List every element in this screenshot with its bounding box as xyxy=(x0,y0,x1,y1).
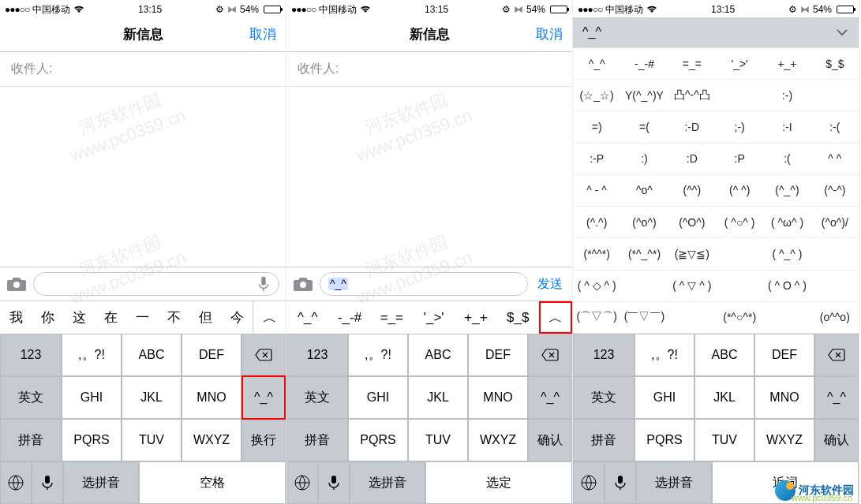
kaomoji-cell[interactable]: :-D xyxy=(668,111,716,142)
camera-icon[interactable] xyxy=(6,275,27,293)
kaomoji-cell[interactable]: ( ^ ◇ ^ ) xyxy=(573,271,620,301)
kaomoji-cell[interactable]: Y(^_^)Y xyxy=(620,80,668,110)
camera-icon[interactable] xyxy=(293,275,313,293)
key-mic[interactable] xyxy=(32,461,63,504)
kaomoji-cell[interactable]: (￣▽￣) xyxy=(620,302,668,333)
candidate[interactable]: 不 xyxy=(158,301,189,334)
key-english[interactable]: 英文 xyxy=(0,376,62,419)
key-backspace[interactable] xyxy=(814,334,859,376)
kaomoji-cell[interactable]: ( ^_^ ) xyxy=(763,238,810,269)
key-mic[interactable] xyxy=(605,461,636,504)
kaomoji-cell[interactable]: 凸^-^凸 xyxy=(668,80,716,110)
key-tuv[interactable]: TUV xyxy=(122,419,182,461)
kaomoji-cell[interactable]: (^O^) xyxy=(668,207,716,237)
key-confirm[interactable]: 确认 xyxy=(528,419,572,461)
candidate[interactable]: 我 xyxy=(0,301,32,334)
key-select-pinyin[interactable]: 选拼音 xyxy=(63,461,139,504)
recipient-field[interactable]: 收件人: xyxy=(0,52,286,87)
chevron-down-icon[interactable] xyxy=(835,25,849,39)
kaomoji-cell[interactable]: (o^^o) xyxy=(811,302,859,333)
candidate[interactable]: 你 xyxy=(32,301,63,334)
key-globe[interactable] xyxy=(573,461,605,504)
key-kaomoji[interactable]: ^_^ xyxy=(528,376,572,419)
candidate[interactable]: 在 xyxy=(95,301,126,334)
kaomoji-cell[interactable]: (*^^*) xyxy=(573,238,620,269)
kaomoji-cell[interactable]: ^ - ^ xyxy=(573,175,620,206)
kaomoji-cell[interactable] xyxy=(716,238,763,269)
candidate[interactable]: 一 xyxy=(126,301,158,334)
mic-icon[interactable] xyxy=(256,275,271,293)
kaomoji-cell[interactable]: ^ ^ xyxy=(811,144,859,174)
kaomoji-cell[interactable]: (^-^) xyxy=(811,175,859,206)
key-globe[interactable] xyxy=(0,461,32,504)
key-123[interactable]: 123 xyxy=(573,334,635,376)
kaomoji-cell[interactable]: :-( xyxy=(811,111,859,142)
candidate[interactable]: '_>' xyxy=(413,301,455,334)
kaomoji-cell[interactable]: (^o^) xyxy=(620,207,668,237)
candidate[interactable]: +_+ xyxy=(455,301,496,334)
candidate[interactable]: =_= xyxy=(371,301,413,334)
kaomoji-cell[interactable]: -_-# xyxy=(620,48,668,79)
candidate[interactable]: -_-# xyxy=(328,301,370,334)
kaomoji-cell[interactable]: +_+ xyxy=(763,48,810,79)
key-backspace[interactable] xyxy=(528,334,572,376)
key-english[interactable]: 英文 xyxy=(573,376,635,419)
kaomoji-cell[interactable]: :) xyxy=(620,144,668,174)
candidate[interactable]: 但 xyxy=(189,301,221,334)
kaomoji-cell[interactable] xyxy=(716,80,763,110)
kaomoji-cell[interactable] xyxy=(811,80,859,110)
kaomoji-cell[interactable]: (^_^) xyxy=(763,175,810,206)
key-select[interactable]: 选定 xyxy=(425,461,572,504)
key-globe[interactable] xyxy=(286,461,318,504)
kaomoji-cell[interactable]: ^_^ xyxy=(573,48,620,79)
send-button[interactable]: 发送 xyxy=(534,276,566,293)
kaomoji-cell[interactable] xyxy=(716,271,763,301)
key-pinyin[interactable]: 拼音 xyxy=(286,419,348,461)
kaomoji-cell[interactable]: :( xyxy=(763,144,810,174)
kaomoji-cell[interactable]: ( ^○^ ) xyxy=(716,207,763,237)
key-jkl[interactable]: JKL xyxy=(122,376,182,419)
key-pinyin[interactable]: 拼音 xyxy=(573,419,635,461)
kaomoji-cell[interactable]: (*^○^*) xyxy=(716,302,763,333)
key-kaomoji[interactable]: ^_^ xyxy=(241,375,286,419)
kaomoji-cell[interactable]: (☆_☆) xyxy=(573,80,620,110)
kaomoji-cell[interactable]: (^.^) xyxy=(573,207,620,237)
candidate-expand[interactable]: ︿ xyxy=(539,301,572,334)
key-space[interactable]: 空格 xyxy=(139,461,286,504)
kaomoji-cell[interactable]: ^o^ xyxy=(620,175,668,206)
cancel-button[interactable]: 取消 xyxy=(536,25,563,43)
recipient-field[interactable]: 收件人: xyxy=(286,52,572,87)
candidate[interactable]: 今 xyxy=(221,301,253,334)
kaomoji-cell[interactable]: ( ^ O ^ ) xyxy=(763,271,810,301)
key-english[interactable]: 英文 xyxy=(286,376,348,419)
key-punct[interactable]: ,。?! xyxy=(62,334,122,376)
kaomoji-cell[interactable]: :D xyxy=(668,144,716,174)
key-confirm[interactable]: 确认 xyxy=(814,419,859,461)
kaomoji-cell[interactable]: =( xyxy=(620,111,668,142)
kaomoji-cell[interactable]: (^^) xyxy=(668,175,716,206)
kaomoji-cell[interactable]: (⌒▽⌒) xyxy=(573,302,620,333)
kaomoji-cell[interactable]: ( ^ ▽ ^ ) xyxy=(668,271,716,301)
cancel-button[interactable]: 取消 xyxy=(249,25,276,43)
kaomoji-cell[interactable]: :-) xyxy=(763,80,810,110)
kaomoji-cell[interactable]: =) xyxy=(573,111,620,142)
key-def[interactable]: DEF xyxy=(182,334,241,376)
kaomoji-cell[interactable]: :-I xyxy=(763,111,810,142)
kaomoji-cell[interactable]: =_= xyxy=(668,48,716,79)
kaomoji-cell[interactable]: (^ ^) xyxy=(716,175,763,206)
kaomoji-cell[interactable] xyxy=(668,302,716,333)
key-123[interactable]: 123 xyxy=(286,334,348,376)
kaomoji-cell[interactable]: '_>' xyxy=(716,48,763,79)
key-pqrs[interactable]: PQRS xyxy=(62,419,122,461)
kaomoji-cell[interactable]: (^o^)/ xyxy=(811,207,859,237)
kaomoji-cell[interactable]: (*^_^*) xyxy=(620,238,668,269)
key-kaomoji[interactable]: ^_^ xyxy=(814,376,859,419)
candidate-expand[interactable]: ︿ xyxy=(253,301,286,334)
key-select-pinyin[interactable]: 选拼音 xyxy=(636,461,712,504)
kaomoji-cell[interactable] xyxy=(763,302,810,333)
kaomoji-cell[interactable]: ( ^ω^ ) xyxy=(763,207,810,237)
candidate[interactable]: $_$ xyxy=(497,301,539,334)
key-abc[interactable]: ABC xyxy=(122,334,182,376)
message-input[interactable]: ^_^ xyxy=(320,272,528,296)
candidate[interactable]: ^_^ xyxy=(286,301,328,334)
